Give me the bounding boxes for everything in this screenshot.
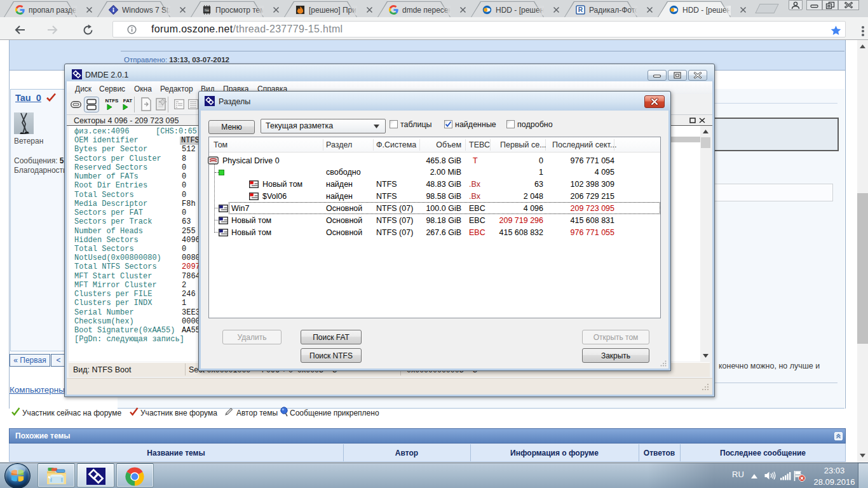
- svg-text:hw: hw: [205, 8, 210, 12]
- svg-text:R: R: [578, 6, 583, 13]
